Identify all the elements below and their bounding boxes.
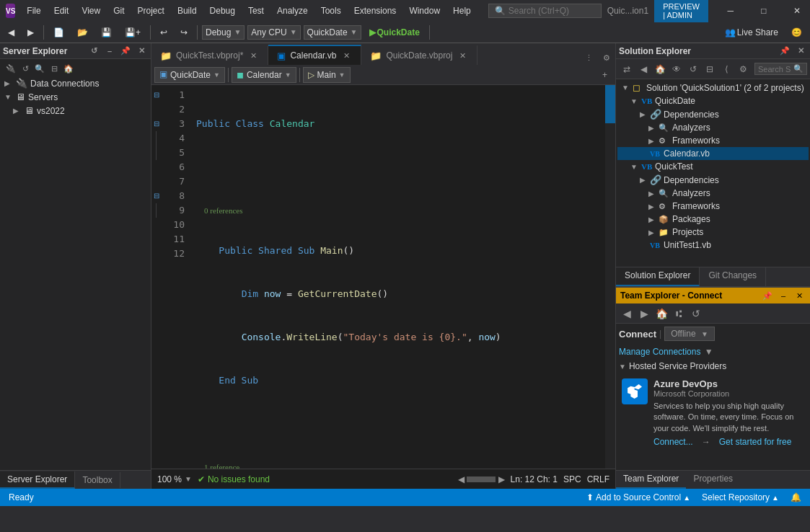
back-button[interactable]: ◀ xyxy=(3,25,19,40)
menu-view[interactable]: View xyxy=(76,3,106,19)
azure-get-started-link[interactable]: Get started for free xyxy=(719,437,792,447)
run-button[interactable]: ▶ QuickDate xyxy=(364,25,425,40)
te-collapse-button[interactable]: – xyxy=(777,289,790,302)
collapse-3[interactable]: ⊟ xyxy=(151,117,162,131)
menu-extensions[interactable]: Extensions xyxy=(348,3,402,19)
team-explorer-footer-tab[interactable]: Team Explorer xyxy=(616,471,686,489)
open-button[interactable]: 📂 xyxy=(72,25,93,40)
servers-item[interactable]: ▼ 🖥 Servers xyxy=(1,90,149,104)
server-explorer-tab[interactable]: Server Explorer xyxy=(0,471,75,489)
git-changes-tab[interactable]: Git Changes xyxy=(700,267,766,286)
tab-settings-button[interactable]: ⚙ xyxy=(598,51,615,65)
sol-refresh-button[interactable]: ↺ xyxy=(685,61,701,77)
preview-admin-button[interactable]: PREVIEW | ADMIN xyxy=(654,0,708,22)
notification-bell[interactable]: 🔔 xyxy=(788,492,804,502)
sol-sync-button[interactable]: ⇄ xyxy=(619,61,635,77)
unittest-item[interactable]: VB UnitTest1.vb xyxy=(617,239,809,252)
save-button[interactable]: 💾 xyxy=(96,25,117,40)
menu-analyze[interactable]: Analyze xyxy=(271,3,314,19)
redo-button[interactable]: ↪ xyxy=(175,25,193,40)
scrollbar-thumb[interactable] xyxy=(467,476,496,482)
properties-footer-tab[interactable]: Properties xyxy=(686,471,740,489)
sol-back-button[interactable]: ◀ xyxy=(635,61,651,77)
te-forward-button[interactable]: ▶ xyxy=(636,306,652,322)
debug-dropdown[interactable]: Debug ▼ xyxy=(202,25,245,40)
qd-analyzers-item[interactable]: ▶ 🔍 Analyzers xyxy=(617,121,809,134)
server-collapse-button[interactable]: – xyxy=(103,45,116,58)
undo-button[interactable]: ↩ xyxy=(155,25,172,40)
add-line-button[interactable]: + xyxy=(597,68,612,82)
method-dropdown[interactable]: ▷ Main ▼ xyxy=(303,67,351,83)
qt-packages-item[interactable]: ▶ 📦 Packages xyxy=(617,213,809,226)
menu-project[interactable]: Project xyxy=(132,3,170,19)
scroll-left-icon[interactable]: ◀ xyxy=(458,474,465,484)
sol-show-all-button[interactable]: 👁 xyxy=(669,61,684,77)
sol-collapse-all-button[interactable]: ⊟ xyxy=(702,61,718,77)
tab-calendar-vb[interactable]: ▣ Calendar.vb ✕ xyxy=(268,45,361,65)
se-filter-button[interactable]: 🔍 xyxy=(33,62,46,75)
scroll-right-icon[interactable]: ▶ xyxy=(498,474,505,484)
menu-git[interactable]: Git xyxy=(107,3,130,19)
sol-close-button[interactable]: ✕ xyxy=(794,45,807,58)
calendar-tab-close[interactable]: ✕ xyxy=(340,50,352,61)
se-properties-button[interactable]: 🏠 xyxy=(62,62,75,75)
title-search-input[interactable] xyxy=(509,6,595,16)
class-dropdown[interactable]: ◼ Calendar ▼ xyxy=(232,67,296,83)
namespace-dropdown[interactable]: ▣ QuickDate ▼ xyxy=(154,67,225,83)
menu-edit[interactable]: Edit xyxy=(48,3,75,19)
manage-connections-link[interactable]: Manage Connections xyxy=(619,347,700,357)
calendar-vb-item[interactable]: VB Calendar.vb xyxy=(617,147,809,160)
quicktest-tab-close[interactable]: ✕ xyxy=(247,50,259,61)
menu-help[interactable]: Help xyxy=(447,3,477,19)
server-refresh-button[interactable]: ↺ xyxy=(87,45,100,58)
qt-deps-item[interactable]: ▶ 🔗 Dependencies xyxy=(617,173,809,187)
restore-button[interactable]: □ xyxy=(747,0,780,22)
menu-debug[interactable]: Debug xyxy=(204,3,241,19)
server-pin-button[interactable]: 📌 xyxy=(119,45,132,58)
sol-pin-button[interactable]: 📌 xyxy=(778,45,791,58)
menu-build[interactable]: Build xyxy=(172,3,203,19)
quicktest-project-item[interactable]: ▼ VB QuickTest xyxy=(617,160,809,173)
te-refresh-button[interactable]: ↺ xyxy=(688,306,704,322)
live-share-button[interactable]: 👥 Live Share xyxy=(720,25,783,40)
scroll-bar-area[interactable]: ◀ ▶ xyxy=(458,474,505,484)
se-collapse-all-button[interactable]: ⊟ xyxy=(48,62,61,75)
qd-frameworks-item[interactable]: ▶ ⚙ Frameworks xyxy=(617,134,809,147)
te-branch-button[interactable]: ⑆ xyxy=(671,306,687,322)
sol-search-box[interactable]: 🔍 xyxy=(754,63,807,75)
te-pin-button[interactable]: 📌 xyxy=(761,289,774,302)
server-close-button[interactable]: ✕ xyxy=(135,45,148,58)
vs2022-item[interactable]: ▶ 🖥 vs2022 xyxy=(1,104,149,118)
close-button[interactable]: ✕ xyxy=(780,0,810,22)
tab-quicktest-vbproj[interactable]: 📁 QuickTest.vbproj* ✕ xyxy=(151,45,268,65)
forward-button[interactable]: ▶ xyxy=(22,25,39,40)
menu-tools[interactable]: Tools xyxy=(315,3,347,19)
collapse-8[interactable]: ⊟ xyxy=(151,189,162,203)
tab-quickdate-vbproj[interactable]: 📁 QuickDate.vbproj ✕ xyxy=(361,45,477,65)
new-file-button[interactable]: 📄 xyxy=(48,25,69,40)
sol-props-button[interactable]: ⚙ xyxy=(735,61,751,77)
minimize-button[interactable]: ─ xyxy=(714,0,747,22)
quickdate-project-item[interactable]: ▼ VB QuickDate xyxy=(617,94,809,107)
quickdate-tab-close[interactable]: ✕ xyxy=(457,50,468,61)
sol-search-input[interactable] xyxy=(758,65,791,74)
no-issues[interactable]: ✔ No issues found xyxy=(198,474,270,484)
tab-overflow-button[interactable]: ⋮ xyxy=(580,51,598,65)
qd-deps-item[interactable]: ▶ 🔗 Dependencies xyxy=(617,107,809,121)
code-editor[interactable]: ⊟ ⊟ ⊟ 1 2 3 4 5 6 7 xyxy=(151,85,615,469)
qt-analyzers-item[interactable]: ▶ 🔍 Analyzers xyxy=(617,187,809,200)
select-repository[interactable]: Select Repository ▲ xyxy=(699,492,782,502)
te-back-button[interactable]: ◀ xyxy=(619,306,635,322)
title-search-box[interactable]: 🔍 xyxy=(488,4,602,18)
te-close-button[interactable]: ✕ xyxy=(793,289,806,302)
add-to-source-control[interactable]: ⬆ Add to Source Control ▲ xyxy=(584,492,693,502)
te-status-dropdown[interactable]: Offline ▼ xyxy=(664,327,715,341)
zoom-control[interactable]: 100 % ▼ xyxy=(157,474,192,484)
project-dropdown[interactable]: QuickDate ▼ xyxy=(304,25,361,40)
sol-home-button[interactable]: 🏠 xyxy=(652,61,668,77)
data-connections-item[interactable]: ▶ 🔌 Data Connections xyxy=(1,76,149,90)
menu-window[interactable]: Window xyxy=(403,3,446,19)
sol-filter-button[interactable]: ⟨ xyxy=(718,61,734,77)
feedback-button[interactable]: 😊 xyxy=(786,25,807,40)
menu-file[interactable]: File xyxy=(21,3,46,19)
